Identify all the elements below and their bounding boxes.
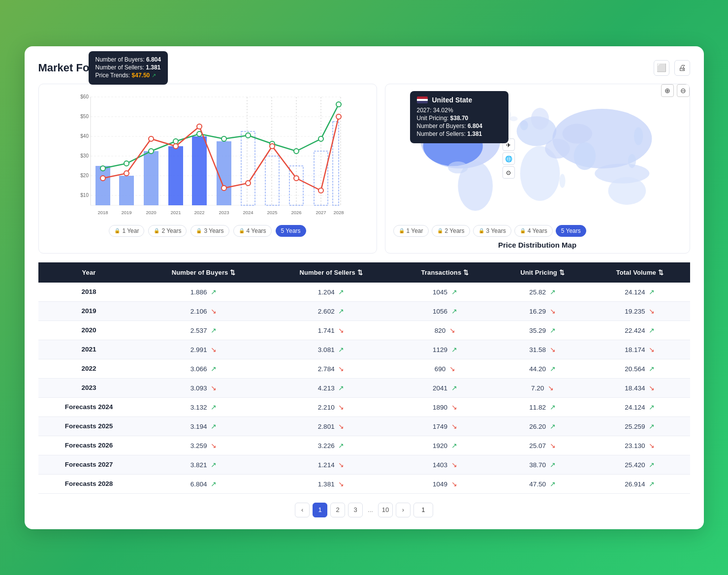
prev-page-button[interactable]: ‹	[295, 503, 310, 517]
page-2-button[interactable]: 2	[330, 503, 345, 517]
table-row: 20212.991 ↘3.081 ↗1129 ↗31.58 ↘18.174 ↘	[38, 340, 690, 359]
svg-point-77	[559, 174, 565, 188]
tooltip-map-buyers: Number of Buyers: 6.804	[417, 123, 502, 129]
data-table: Year Number of Buyers ⇅ Number of Seller…	[38, 262, 690, 494]
map-filter-3years[interactable]: 🔒 3 Years	[473, 225, 511, 237]
svg-point-41	[100, 176, 105, 181]
filter-label: 5 Years	[281, 227, 301, 234]
bookmark-icon: ⬜	[657, 63, 666, 72]
map-filter-2years[interactable]: 🔒 2 Years	[432, 225, 470, 237]
svg-text:🌐: 🌐	[505, 155, 512, 163]
table-row: 20192.106 ↘2.602 ↗1056 ↗16.29 ↘19.235 ↘	[38, 301, 690, 320]
filter-4years-left[interactable]: 🔒 4 Years	[233, 225, 272, 237]
map-filter-4years[interactable]: 🔒 4 Years	[514, 225, 553, 237]
svg-point-79	[545, 138, 570, 158]
svg-rect-22	[168, 146, 183, 205]
svg-text:$20: $20	[80, 173, 89, 178]
col-transactions[interactable]: Transactions ⇅	[395, 262, 495, 283]
svg-text:$50: $50	[80, 114, 89, 119]
svg-rect-25	[241, 131, 255, 205]
svg-rect-26	[265, 156, 279, 205]
svg-point-30	[100, 166, 105, 171]
col-buyers[interactable]: Number of Buyers ⇅	[139, 262, 267, 283]
filter-icon: 🔒	[114, 228, 120, 233]
map-tooltip: United State 2027: 34.02% Unit Pricing: …	[410, 91, 508, 143]
svg-text:$10: $10	[80, 192, 89, 198]
tooltip-year-pct: 2027: 34.02%	[417, 107, 502, 114]
svg-point-44	[173, 144, 178, 149]
filter-3years-left[interactable]: 🔒 3 Years	[190, 225, 229, 237]
svg-point-45	[197, 124, 202, 129]
tooltip-country: United State	[417, 96, 502, 104]
svg-point-31	[124, 161, 129, 166]
page-ellipsis: ...	[366, 506, 375, 513]
svg-point-43	[149, 136, 154, 141]
svg-point-39	[318, 136, 323, 141]
svg-text:2023: 2023	[219, 210, 229, 215]
col-year: Year	[38, 262, 140, 283]
svg-text:2026: 2026	[291, 210, 301, 215]
svg-text:2027: 2027	[316, 210, 326, 215]
svg-text:2025: 2025	[267, 210, 277, 215]
svg-point-49	[294, 176, 299, 181]
table-row: 20181.886 ↗1.204 ↗1045 ↗25.82 ↗24.124 ↗	[38, 283, 690, 302]
filter-2years-left[interactable]: 🔒 2 Years	[148, 225, 187, 237]
col-total-volume[interactable]: Total Volume ⇅	[590, 262, 690, 283]
filter-icon: 🔒	[478, 228, 484, 233]
bookmark-button[interactable]: ⬜	[654, 60, 669, 76]
table-row: 20223.066 ↗2.784 ↘690 ↘44.20 ↗20.564 ↗	[38, 359, 690, 378]
charts-row: Number of Buyers: 6.804 Number of Seller…	[38, 84, 690, 254]
svg-text:2028: 2028	[333, 210, 344, 215]
svg-text:2018: 2018	[97, 210, 108, 215]
table-header-row: Year Number of Buyers ⇅ Number of Seller…	[38, 262, 690, 283]
svg-text:$30: $30	[80, 153, 89, 159]
svg-point-66	[458, 161, 493, 211]
filter-1year-left[interactable]: 🔒 1 Year	[109, 225, 144, 237]
page-3-button[interactable]: 3	[348, 503, 363, 517]
print-button[interactable]: 🖨	[674, 60, 690, 76]
svg-point-48	[270, 144, 275, 149]
svg-point-74	[509, 116, 517, 121]
table-row: 20202.537 ↗1.741 ↘820 ↘35.29 ↗22.424 ↗	[38, 320, 690, 340]
page-1-button[interactable]: 1	[313, 503, 327, 517]
bar-chart-area: $60 $50 $40 $30 $20 $10	[47, 92, 369, 220]
svg-point-50	[318, 188, 323, 193]
filter-label: 2 Years	[445, 227, 465, 234]
filter-5years-left[interactable]: 5 Years	[276, 225, 306, 237]
svg-text:2020: 2020	[146, 210, 156, 215]
chart-tooltip: Number of Buyers: 6.804 Number of Seller…	[89, 84, 168, 85]
print-icon: 🖨	[678, 64, 686, 72]
table-row: Forecasts 20253.194 ↗2.801 ↘1749 ↘26.20 …	[38, 416, 690, 436]
svg-text:2021: 2021	[170, 210, 181, 215]
svg-point-33	[173, 139, 178, 144]
svg-text:⊙: ⊙	[506, 169, 511, 176]
svg-rect-21	[144, 151, 158, 205]
svg-rect-29	[333, 122, 339, 205]
svg-point-42	[124, 171, 129, 176]
pagination: ‹ 1 2 3 ... 10 ›	[38, 503, 690, 517]
map-filter-5years[interactable]: 5 Years	[556, 225, 586, 237]
col-sellers[interactable]: Number of Sellers ⇅	[268, 262, 395, 283]
next-page-button[interactable]: ›	[396, 503, 411, 517]
svg-point-47	[246, 181, 251, 186]
map-title: Price Distribution Map	[393, 241, 682, 249]
filter-icon: 🔒	[239, 228, 245, 233]
svg-rect-23	[192, 136, 207, 205]
col-unit-pricing[interactable]: Unit Pricing ⇅	[495, 262, 590, 283]
filter-label: 2 Years	[161, 227, 181, 234]
svg-point-36	[246, 133, 251, 138]
svg-point-75	[634, 127, 643, 145]
tooltip-map-sellers: Number of Sellers: 1.381	[417, 130, 502, 137]
page-input[interactable]	[413, 503, 433, 517]
table-row: 20233.093 ↘4.213 ↗2041 ↗7.20 ↘18.434 ↘	[38, 378, 690, 397]
svg-text:$60: $60	[80, 94, 89, 99]
map-filter-1year[interactable]: 🔒 1 Year	[393, 225, 429, 237]
page-10-button[interactable]: 10	[378, 503, 393, 517]
svg-point-76	[628, 154, 635, 167]
table-row: Forecasts 20286.804 ↗1.381 ↘1049 ↘47.50 …	[38, 474, 690, 493]
svg-point-73	[520, 120, 528, 130]
svg-text:2024: 2024	[243, 210, 253, 215]
tooltip-unit-pricing: Unit Pricing: $38.70	[417, 115, 502, 122]
left-chart-filters: 🔒 1 Year 🔒 2 Years 🔒 3 Years 🔒 4 Years 5…	[47, 225, 369, 237]
filter-label: 1 Year	[122, 227, 139, 234]
